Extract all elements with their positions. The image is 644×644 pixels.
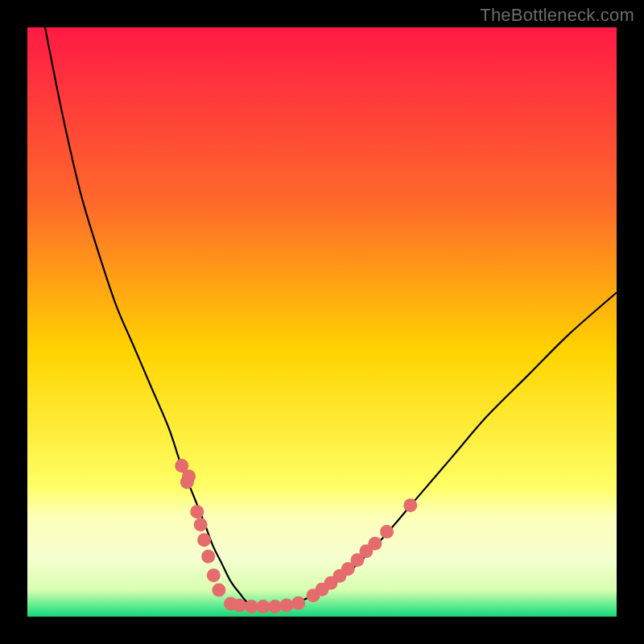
data-dot — [268, 600, 282, 613]
data-dot — [201, 550, 215, 564]
data-dot — [291, 597, 305, 610]
chart-svg — [27, 27, 617, 617]
data-dot — [380, 525, 394, 539]
data-dot — [190, 505, 204, 518]
data-dot — [212, 584, 225, 597]
data-dot — [207, 568, 221, 582]
data-dot — [194, 518, 208, 531]
data-dot — [403, 498, 417, 512]
data-dot — [368, 537, 382, 551]
data-dot — [256, 600, 270, 613]
data-dot — [245, 600, 258, 613]
data-dot — [197, 533, 211, 547]
chart-plot-area — [27, 27, 617, 617]
data-dot — [182, 469, 196, 483]
chart-frame: TheBottleneck.com — [0, 0, 644, 644]
data-dot — [280, 599, 294, 613]
data-dot — [233, 599, 246, 613]
gradient-background — [27, 27, 617, 617]
watermark: TheBottleneck.com — [480, 5, 634, 26]
